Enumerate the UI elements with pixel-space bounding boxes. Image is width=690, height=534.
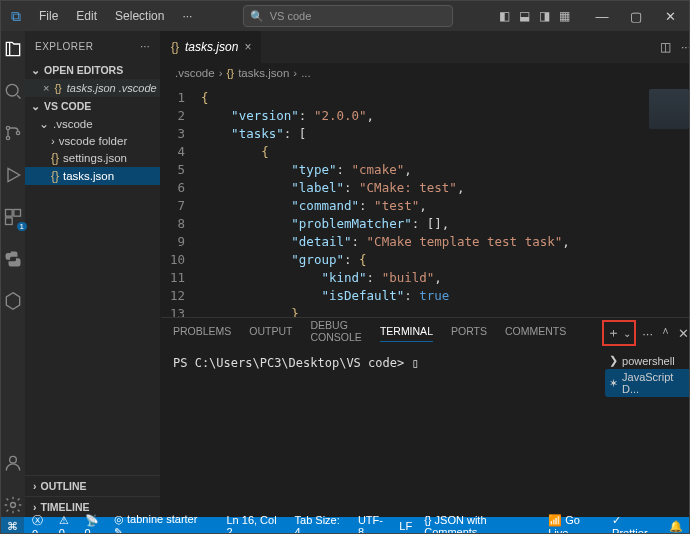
menu-selection[interactable]: Selection (107, 5, 172, 27)
status-language[interactable]: {} JSON with Comments (424, 514, 536, 534)
status-eol[interactable]: LF (399, 520, 412, 532)
powershell-icon: ❯ (609, 354, 618, 367)
open-editor-label: tasks.json .vscode (67, 82, 157, 94)
activity-hexagon-icon[interactable] (1, 289, 25, 313)
json-icon: {} (226, 67, 234, 79)
outline-section[interactable]: › OUTLINE (25, 475, 160, 496)
chevron-right-icon: › (219, 67, 223, 79)
chevron-down-icon: ⌄ (31, 64, 40, 76)
layout-sidebar-right-icon[interactable]: ◨ (535, 7, 553, 25)
timeline-label: TIMELINE (41, 501, 90, 513)
status-tabnine[interactable]: ◎ tabnine starter ✎ (114, 513, 202, 534)
terminal-entry-javascript[interactable]: ✶ JavaScript D... (605, 369, 690, 397)
status-cursor-pos[interactable]: Ln 16, Col 2 (226, 514, 282, 534)
menu-more[interactable]: ··· (174, 5, 200, 27)
editor-code-area[interactable]: 12345678910111213141516 { "version": "2.… (161, 83, 690, 317)
bottom-panel: PROBLEMS OUTPUT DEBUG CONSOLE TERMINAL P… (161, 317, 690, 517)
explorer-title: EXPLORER (35, 41, 93, 52)
editor-tabs: {} tasks.json × ◫ ··· (161, 31, 690, 63)
svg-point-7 (10, 456, 17, 463)
breadcrumb[interactable]: .vscode › {} tasks.json › ... (161, 63, 690, 83)
line-gutter: 12345678910111213141516 (161, 89, 195, 317)
search-icon: 🔍 (250, 10, 264, 23)
activity-python-icon[interactable] (1, 247, 25, 271)
layout-sidebar-left-icon[interactable]: ◧ (495, 7, 513, 25)
split-editor-icon[interactable]: ◫ (660, 40, 671, 54)
command-center-search[interactable]: 🔍 VS code (243, 5, 453, 27)
vscode-logo-icon: ⧉ (1, 8, 31, 25)
open-editors-label: OPEN EDITORS (44, 64, 123, 76)
remote-indicator[interactable]: ⌘ (1, 517, 24, 534)
status-ports[interactable]: 📡 0 (85, 514, 107, 535)
terminal-profile-dropdown-icon[interactable]: ⌄ (623, 328, 631, 339)
workspace-label: VS CODE (44, 100, 91, 112)
new-terminal-icon[interactable]: ＋ (607, 324, 620, 342)
tree-label: tasks.json (63, 170, 114, 182)
activity-settings-icon[interactable] (1, 493, 25, 517)
svg-rect-6 (6, 218, 13, 225)
panel-more-icon[interactable]: ··· (642, 326, 653, 341)
breadcrumb-more[interactable]: ... (301, 67, 311, 79)
tree-file-tasks[interactable]: {} tasks.json (25, 167, 160, 185)
status-encoding[interactable]: UTF-8 (358, 514, 387, 534)
panel-tab-comments[interactable]: COMMENTS (505, 325, 566, 341)
activity-explorer-icon[interactable] (1, 37, 25, 61)
terminal-name: JavaScript D... (622, 371, 690, 395)
tree-folder-vscodefolder[interactable]: › vscode folder (25, 133, 160, 149)
layout-customize-icon[interactable]: ▦ (555, 7, 573, 25)
json-icon: {} (171, 40, 179, 54)
panel-maximize-icon[interactable]: ＾ (659, 324, 672, 342)
activity-run-debug-icon[interactable] (1, 163, 25, 187)
status-tab-size[interactable]: Tab Size: 4 (295, 514, 346, 534)
panel-tab-terminal[interactable]: TERMINAL (380, 325, 433, 342)
minimap[interactable] (649, 89, 689, 129)
editor-more-icon[interactable]: ··· (681, 40, 690, 54)
breadcrumb-file[interactable]: tasks.json (238, 67, 289, 79)
svg-point-2 (6, 136, 9, 139)
tree-file-settings[interactable]: {} settings.json (25, 149, 160, 167)
terminal-entry-powershell[interactable]: ❯ powershell (605, 352, 690, 369)
panel-tab-output[interactable]: OUTPUT (249, 325, 292, 341)
menu-file[interactable]: File (31, 5, 66, 27)
code-lines[interactable]: { "version": "2.0.0", "tasks": [ { "type… (201, 89, 690, 317)
layout-panel-icon[interactable]: ⬓ (515, 7, 533, 25)
status-golive[interactable]: 📶 Go Live (548, 514, 600, 535)
terminal-prompt: PS C:\Users\PC3\Desktop\VS code> ▯ (173, 356, 419, 370)
status-bar: ⌘ ⓧ 0 ⚠ 0 📡 0 ◎ tabnine starter ✎ Ln 16,… (1, 517, 689, 534)
status-prettier[interactable]: ✓ Prettier (612, 514, 657, 535)
svg-point-3 (16, 131, 19, 134)
status-errors[interactable]: ⓧ 0 (32, 513, 51, 535)
close-icon[interactable]: × (43, 82, 49, 94)
activity-source-control-icon[interactable] (1, 121, 25, 145)
tree-folder-vscode[interactable]: ⌄ .vscode (25, 115, 160, 133)
workspace-section[interactable]: ⌄ VS CODE (25, 97, 160, 115)
activity-search-icon[interactable] (1, 79, 25, 103)
svg-point-8 (11, 503, 16, 508)
svg-point-0 (6, 84, 18, 96)
window-maximize[interactable]: ▢ (621, 2, 651, 30)
panel-close-icon[interactable]: ✕ (678, 326, 689, 341)
window-close[interactable]: ✕ (655, 2, 685, 30)
close-icon[interactable]: × (244, 40, 251, 54)
window-minimize[interactable]: — (587, 2, 617, 30)
title-bar: ⧉ File Edit Selection ··· 🔍 VS code ◧ ⬓ … (1, 1, 689, 31)
terminal-output[interactable]: PS C:\Users\PC3\Desktop\VS code> ▯ (161, 348, 601, 517)
menu-edit[interactable]: Edit (68, 5, 105, 27)
editor-tab-tasks[interactable]: {} tasks.json × (161, 31, 262, 63)
status-warnings[interactable]: ⚠ 0 (59, 514, 77, 535)
json-icon: {} (51, 151, 59, 165)
breadcrumb-folder[interactable]: .vscode (175, 67, 215, 79)
panel-tab-ports[interactable]: PORTS (451, 325, 487, 341)
svg-point-1 (6, 126, 9, 129)
activity-accounts-icon[interactable] (1, 451, 25, 475)
menu-bar: File Edit Selection ··· (31, 5, 200, 27)
activity-extensions-icon[interactable]: 1 (1, 205, 25, 229)
open-editor-item[interactable]: × {} tasks.json .vscode (25, 79, 160, 97)
panel-tab-problems[interactable]: PROBLEMS (173, 325, 231, 341)
svg-rect-5 (14, 210, 21, 217)
status-bell-icon[interactable]: 🔔 (669, 520, 683, 533)
open-editors-section[interactable]: ⌄ OPEN EDITORS (25, 61, 160, 79)
panel-tab-debug[interactable]: DEBUG CONSOLE (311, 319, 362, 347)
explorer-more-icon[interactable]: ··· (140, 41, 150, 52)
chevron-right-icon: › (293, 67, 297, 79)
